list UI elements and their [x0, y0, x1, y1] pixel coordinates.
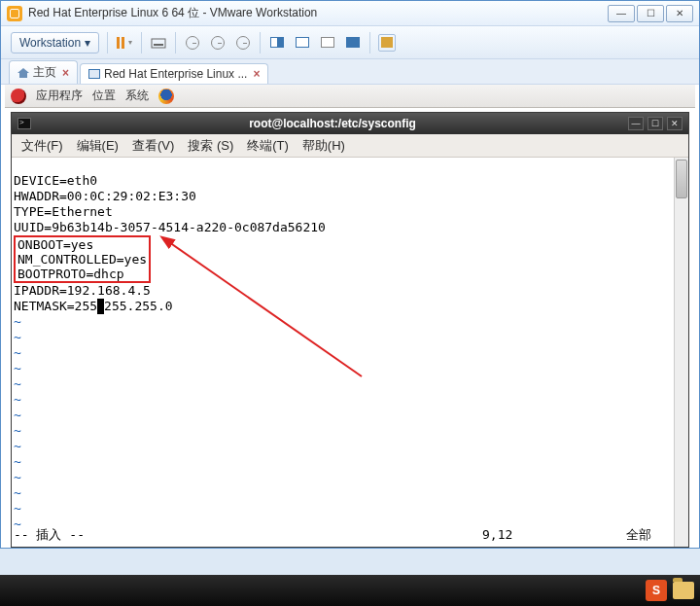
split-screen-icon: [270, 37, 284, 48]
main-toolbar: Workstation ▾ ▾: [1, 26, 699, 59]
revert-snapshot-button[interactable]: [209, 34, 227, 52]
tab-vm[interactable]: Red Hat Enterprise Linux ... ×: [80, 63, 268, 84]
home-icon: [18, 68, 29, 78]
clock-manage-icon: [236, 36, 250, 50]
view-split-button[interactable]: [268, 34, 286, 52]
window-title: Red Hat Enterprise Linux 6 64 位 - VMware…: [28, 5, 608, 21]
minimize-button[interactable]: —: [608, 5, 635, 22]
pause-icon: [117, 37, 124, 49]
divider: [107, 32, 108, 53]
firefox-icon[interactable]: [158, 89, 174, 104]
terminal-title-bar: root@localhost:/etc/sysconfig — ☐ ✕: [12, 113, 688, 134]
keyboard-icon: [151, 36, 166, 50]
terminal-minimize-button[interactable]: —: [628, 117, 644, 130]
clock-back-icon: [211, 36, 225, 50]
tilde-line: ~: [14, 501, 21, 516]
close-icon[interactable]: ×: [62, 66, 69, 80]
host-taskbar: S: [0, 575, 700, 606]
chevron-down-icon: ▾: [128, 38, 132, 47]
tab-bar: 主页 × Red Hat Enterprise Linux ... ×: [1, 59, 699, 85]
redhat-icon[interactable]: [11, 89, 26, 104]
tilde-line: ~: [14, 485, 21, 500]
terminal-maximize-button[interactable]: ☐: [648, 117, 663, 130]
tilde-line: ~: [14, 454, 21, 469]
vm-icon: [88, 69, 100, 79]
line-netmask-a: NETMASK=255: [14, 299, 97, 313]
terminal-content[interactable]: DEVICE=eth0 HWADDR=00:0C:29:02:E3:30 TYP…: [12, 158, 674, 547]
line-netmask-b: 255.255.0: [104, 299, 172, 313]
pause-button[interactable]: ▾: [116, 34, 133, 52]
send-ctrl-alt-del-button[interactable]: [150, 34, 167, 52]
tab-home-label: 主页: [33, 64, 56, 81]
divider: [175, 32, 176, 53]
sogou-ime-icon[interactable]: S: [646, 580, 667, 601]
folder-icon[interactable]: [673, 582, 694, 599]
menu-system[interactable]: 系统: [125, 88, 149, 104]
tilde-line: ~: [14, 376, 21, 391]
window-controls: — ☐ ✕: [608, 5, 693, 22]
tilde-line: ~: [14, 392, 21, 407]
svg-line-2: [169, 242, 362, 376]
view-unity-button[interactable]: [294, 34, 311, 52]
vim-scroll: 全部: [599, 527, 657, 543]
menu-places[interactable]: 位置: [92, 88, 116, 104]
view-fullscreen-button[interactable]: [344, 34, 362, 52]
menu-view[interactable]: 查看(V): [126, 135, 180, 157]
snapshot-button[interactable]: [184, 34, 201, 52]
close-icon[interactable]: ×: [253, 67, 260, 81]
svg-rect-1: [154, 44, 163, 46]
svg-rect-0: [152, 39, 165, 48]
terminal-title: root@localhost:/etc/sysconfig: [37, 117, 628, 130]
gnome-panel: 应用程序 位置 系统: [5, 85, 695, 108]
line-hwaddr: HWADDR=00:0C:29:02:E3:30: [14, 189, 196, 203]
menu-applications[interactable]: 应用程序: [36, 88, 83, 104]
tab-home[interactable]: 主页 ×: [9, 60, 78, 84]
annotation-arrow: [158, 231, 449, 406]
divider: [260, 32, 261, 53]
line-ipaddr: IPADDR=192.168.4.5: [14, 283, 151, 298]
tab-vm-label: Red Hat Enterprise Linux ...: [104, 67, 247, 81]
fullscreen-icon: [346, 37, 360, 48]
line-type: TYPE=Ethernet: [14, 204, 113, 219]
tilde-line: ~: [14, 423, 21, 438]
maximize-button[interactable]: ☐: [637, 5, 664, 22]
tilde-line: ~: [14, 330, 21, 344]
terminal-controls: — ☐ ✕: [628, 117, 682, 130]
vim-mode: -- 插入 --: [14, 527, 482, 543]
quickswitch-icon: [381, 37, 393, 48]
terminal-menu-bar: 文件(F) 编辑(E) 查看(V) 搜索 (S) 终端(T) 帮助(H): [12, 134, 688, 158]
menu-terminal[interactable]: 终端(T): [241, 135, 295, 157]
tilde-line: ~: [14, 345, 21, 360]
tilde-line: ~: [14, 361, 21, 375]
unity-icon: [296, 37, 309, 48]
line-onboot: ONBOOT=yes: [18, 237, 93, 252]
menu-edit[interactable]: 编辑(E): [71, 135, 124, 157]
scrollbar-thumb[interactable]: [676, 160, 687, 198]
workstation-menu[interactable]: Workstation ▾: [11, 32, 99, 53]
workstation-label: Workstation: [19, 36, 81, 50]
line-nmcontrolled: NM_CONTROLLED=yes: [18, 252, 147, 267]
terminal-window: root@localhost:/etc/sysconfig — ☐ ✕ 文件(F…: [11, 112, 689, 548]
menu-search[interactable]: 搜索 (S): [182, 135, 239, 157]
tilde-line: ~: [14, 408, 21, 422]
tilde-line: ~: [14, 439, 21, 453]
console-icon: [321, 37, 334, 48]
clock-icon: [186, 36, 199, 50]
menu-help[interactable]: 帮助(H): [297, 135, 351, 157]
menu-file[interactable]: 文件(F): [16, 135, 69, 157]
vim-cursor-pos: 9,12: [482, 527, 599, 543]
title-bar: Red Hat Enterprise Linux 6 64 位 - VMware…: [1, 1, 699, 26]
terminal-icon: [18, 118, 31, 129]
highlighted-box: ONBOOT=yes NM_CONTROLLED=yes BOOTPROTO=d…: [14, 235, 151, 283]
terminal-scrollbar[interactable]: [674, 158, 688, 547]
line-bootproto: BOOTPROTO=dhcp: [18, 267, 124, 281]
vim-status-line: -- 插入 -- 9,12 全部: [14, 527, 657, 543]
close-button[interactable]: ✕: [666, 5, 693, 22]
manage-snapshots-button[interactable]: [234, 34, 252, 52]
view-console-button[interactable]: [319, 34, 336, 52]
dropdown-icon: ▾: [85, 36, 90, 50]
terminal-body[interactable]: DEVICE=eth0 HWADDR=00:0C:29:02:E3:30 TYP…: [12, 158, 688, 547]
terminal-close-button[interactable]: ✕: [667, 117, 682, 130]
quick-switch-button[interactable]: [378, 34, 396, 52]
tilde-line: ~: [14, 470, 21, 484]
